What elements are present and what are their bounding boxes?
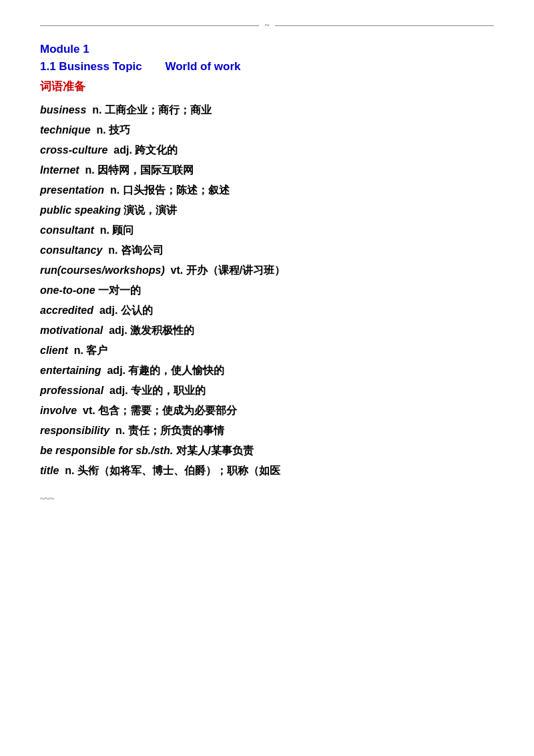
definition-5: 演说，演讲 xyxy=(123,204,177,216)
pos-0: n. xyxy=(92,104,101,116)
top-separator: ~ xyxy=(40,20,494,31)
definition-14: 专业的，职业的 xyxy=(131,385,206,396)
section-title: 1.1 Business Topic World of work xyxy=(40,60,494,73)
list-item: entertaining adj. 有趣的，使人愉快的 xyxy=(40,361,494,380)
list-item: motivational adj. 激发积极性的 xyxy=(40,321,494,340)
pos-2: adj. xyxy=(113,144,132,156)
list-item: professional adj. 专业的，职业的 xyxy=(40,381,494,400)
pos-11: adj. xyxy=(109,325,127,336)
pos-15: vt. xyxy=(83,405,95,416)
definition-6: 顾问 xyxy=(112,224,134,236)
pos-13: adj. xyxy=(107,365,125,376)
word-7: consultancy xyxy=(40,244,102,256)
list-item: presentation n. 口头报告；陈述；叙述 xyxy=(40,181,494,200)
definition-0: 工商企业；商行；商业 xyxy=(105,104,212,116)
definition-15: 包含；需要；使成为必要部分 xyxy=(98,405,237,416)
word-16: responsibility xyxy=(40,425,109,436)
module-title: Module 1 xyxy=(40,43,494,56)
pos-7: n. xyxy=(108,244,117,256)
word-4: presentation xyxy=(40,184,104,196)
section-part1: 1.1 Business Topic xyxy=(40,60,142,73)
pos-10: adj. xyxy=(99,305,118,316)
pos-14: adj. xyxy=(109,385,128,396)
definition-2: 跨文化的 xyxy=(135,144,178,156)
vocab-list: business n. 工商企业；商行；商业technique n. 技巧cro… xyxy=(40,101,494,480)
word-15: involve xyxy=(40,405,77,416)
definition-8: 开办（课程/讲习班） xyxy=(186,264,285,276)
pos-6: n. xyxy=(100,224,109,236)
sep-line-left xyxy=(40,25,259,26)
definition-16: 责任；所负责的事情 xyxy=(128,425,224,436)
definition-3: 因特网，国际互联网 xyxy=(97,164,194,176)
vocab-heading: 词语准备 xyxy=(40,79,494,94)
list-item: involve vt. 包含；需要；使成为必要部分 xyxy=(40,401,494,420)
pos-1: n. xyxy=(96,124,105,136)
word-8: run(courses/workshops) xyxy=(40,264,165,276)
pos-4: n. xyxy=(110,184,119,196)
list-item: be responsible for sb./sth. 对某人/某事负责 xyxy=(40,441,494,460)
page-container: ~ Module 1 1.1 Business Topic World of w… xyxy=(0,0,534,531)
word-10: accredited xyxy=(40,305,93,316)
list-item: accredited adj. 公认的 xyxy=(40,301,494,320)
definition-11: 激发积极性的 xyxy=(130,325,194,336)
list-item: title n. 头衔（如将军、博士、伯爵）；职称（如医 xyxy=(40,461,494,480)
word-9: one-to-one xyxy=(40,285,95,296)
list-item: client n. 客户 xyxy=(40,341,494,360)
word-1: technique xyxy=(40,124,91,136)
word-3: Internet xyxy=(40,164,79,176)
definition-7: 咨询公司 xyxy=(121,244,164,256)
list-item: consultant n. 顾问 xyxy=(40,221,494,240)
word-17: be responsible for sb./sth. xyxy=(40,445,173,456)
definition-4: 口头报告；陈述；叙述 xyxy=(123,184,230,196)
pos-18: n. xyxy=(65,465,74,476)
pos-3: n. xyxy=(85,164,95,176)
sep-line-right xyxy=(275,25,494,26)
definition-18: 头衔（如将军、博士、伯爵）；职称（如医 xyxy=(77,465,280,476)
definition-9: 一对一的 xyxy=(98,285,141,296)
list-item: cross-culture adj. 跨文化的 xyxy=(40,141,494,160)
bottom-tilde: ~~~ xyxy=(40,494,494,504)
list-item: public speaking 演说，演讲 xyxy=(40,201,494,220)
definition-10: 公认的 xyxy=(121,305,153,316)
word-14: professional xyxy=(40,385,103,396)
list-item: responsibility n. 责任；所负责的事情 xyxy=(40,421,494,440)
list-item: business n. 工商企业；商行；商业 xyxy=(40,101,494,120)
definition-1: 技巧 xyxy=(109,124,130,136)
word-6: consultant xyxy=(40,224,94,236)
section-part2: World of work xyxy=(165,60,240,73)
pos-8: vt. xyxy=(171,264,184,276)
list-item: consultancy n. 咨询公司 xyxy=(40,241,494,260)
word-18: title xyxy=(40,465,59,476)
word-2: cross-culture xyxy=(40,144,107,156)
definition-13: 有趣的，使人愉快的 xyxy=(128,365,224,376)
word-5: public speaking xyxy=(40,204,121,216)
definition-12: 客户 xyxy=(86,345,107,356)
word-11: motivational xyxy=(40,325,103,336)
list-item: Internet n. 因特网，国际互联网 xyxy=(40,161,494,180)
word-13: entertaining xyxy=(40,365,101,376)
top-tilde: ~ xyxy=(259,20,274,31)
list-item: one-to-one 一对一的 xyxy=(40,281,494,300)
pos-12: n. xyxy=(74,345,83,356)
list-item: technique n. 技巧 xyxy=(40,121,494,140)
list-item: run(courses/workshops) vt. 开办（课程/讲习班） xyxy=(40,261,494,280)
pos-16: n. xyxy=(115,425,125,436)
word-0: business xyxy=(40,104,86,116)
definition-17: 对某人/某事负责 xyxy=(176,445,254,456)
word-12: client xyxy=(40,345,68,356)
